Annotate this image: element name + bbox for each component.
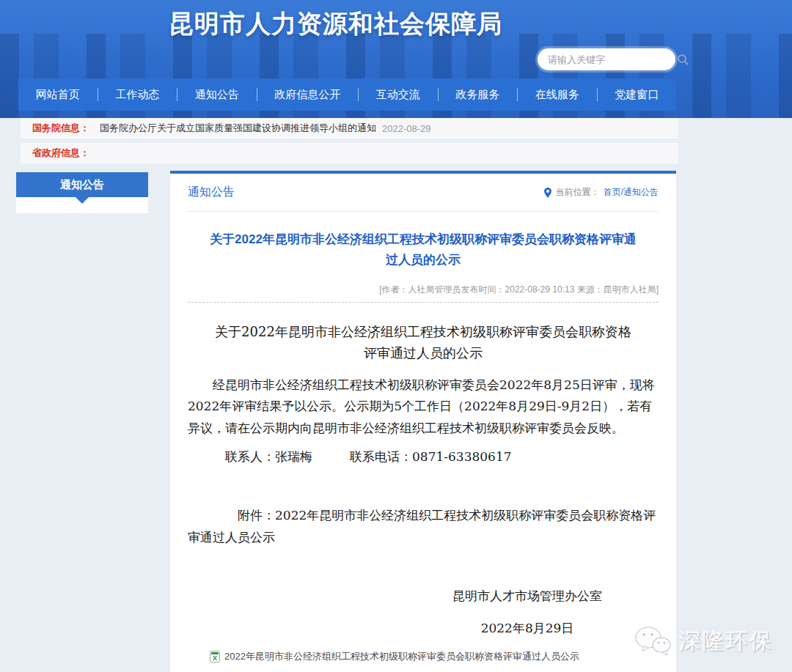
nav-item-party-window[interactable]: 党建窗口 (615, 88, 659, 102)
search-box[interactable] (538, 48, 675, 70)
ticker-province: 省政府信息： (21, 143, 678, 163)
breadcrumb-path[interactable]: 首页/通知公告 (604, 186, 659, 199)
signature-block: 昆明市人才市场管理办公室 2022年8月29日 (399, 588, 656, 637)
breadcrumb: 当前位置： 首页/通知公告 (543, 186, 659, 199)
nav-separator (358, 88, 359, 101)
ticker-news-link[interactable]: 国务院办公厅关于成立国家质量强国建设协调推进领导小组的通知 (100, 122, 376, 135)
sidebar-tab-notices[interactable]: 通知公告 (16, 172, 148, 197)
watermark-text: 深隆环保 (679, 627, 773, 657)
nav-separator (597, 88, 598, 101)
section-title: 通知公告 (188, 185, 235, 200)
nav-separator (98, 88, 98, 101)
document-contact-line: 联系人：张瑞梅 联系电话：0871-63380617 (188, 448, 659, 465)
attachment-link[interactable]: 2022年昆明市非公经济组织工程技术初级职称评审委员会职称资格评审通过人员公示 (210, 650, 659, 663)
ticker-label: 国务院信息： (32, 122, 89, 135)
document-heading: 关于2022年昆明市非公经济组织工程技术初级职称评审委员会职称资格评审通过人员的… (211, 322, 635, 364)
search-input[interactable] (548, 54, 677, 65)
content-panel: 通知公告 当前位置： 首页/通知公告 关于2022年昆明市非公经济组织工程技术初… (170, 171, 676, 672)
issue-date: 2022年8月29日 (399, 620, 656, 637)
ticker-label: 省政府信息： (32, 147, 89, 160)
ticker-date: 2022-08-29 (382, 123, 431, 134)
attachment-file-name: 2022年昆明市非公经济组织工程技术初级职称评审委员会职称资格评审通过人员公示 (224, 650, 579, 663)
search-icon[interactable] (677, 53, 689, 65)
excel-file-icon (210, 651, 220, 662)
divider (188, 302, 659, 303)
site-title: 昆明市人力资源和社会保障局 (169, 7, 502, 41)
nav-separator (517, 88, 518, 101)
document-body: 关于2022年昆明市非公经济组织工程技术初级职称评审委员会职称资格评审通过人员的… (188, 322, 659, 637)
nav-item-work-news[interactable]: 工作动态 (115, 88, 159, 102)
issuer-name: 昆明市人才市场管理办公室 (399, 588, 656, 605)
location-pin-icon (543, 188, 552, 198)
nav-item-home[interactable]: 网站首页 (36, 88, 80, 102)
main-nav: 网站首页 工作动态 通知公告 政府信息公开 互动交流 政务服务 在线服务 党建窗… (18, 78, 676, 111)
nav-separator (257, 88, 257, 101)
article-title: 关于2022年昆明市非公经济组织工程技术初级职称评审委员会职称资格评审通过人员的… (188, 229, 659, 270)
nav-item-interaction[interactable]: 互动交流 (376, 88, 420, 102)
nav-separator (177, 88, 177, 101)
nav-item-online-services[interactable]: 在线服务 (535, 88, 579, 102)
header-banner: 昆明市人力资源和社会保障局 网站首页 工作动态 通知公告 政府信息公开 互动交流… (0, 0, 792, 118)
nav-item-gov-info[interactable]: 政府信息公开 (274, 88, 340, 102)
wechat-icon (634, 625, 672, 657)
content-header: 通知公告 当前位置： 首页/通知公告 (188, 174, 659, 212)
breadcrumb-label: 当前位置： (556, 186, 600, 199)
sidebar-tab-notch (16, 197, 148, 213)
nav-separator (438, 88, 439, 101)
article-meta: [作者：人社局管理员发布时间：2022-08-29 10:13 来源：昆明市人社… (188, 284, 659, 296)
sidebar: 通知公告 (16, 172, 148, 213)
document-paragraph: 经昆明市非公经济组织工程技术初级职称评审委员会2022年8月25日评审，现将20… (188, 374, 659, 440)
nav-item-notices[interactable]: 通知公告 (195, 88, 239, 102)
document-attachment-note: 附件：2022年昆明市非公经济组织工程技术初级职称评审委员会职称资格评审通过人员… (188, 505, 659, 549)
nav-item-gov-services[interactable]: 政务服务 (455, 88, 499, 102)
ticker-state-council: 国务院信息： 国务院办公厅关于成立国家质量强国建设协调推进领导小组的通知 202… (21, 118, 678, 139)
wechat-watermark: 深隆环保 (634, 625, 773, 657)
